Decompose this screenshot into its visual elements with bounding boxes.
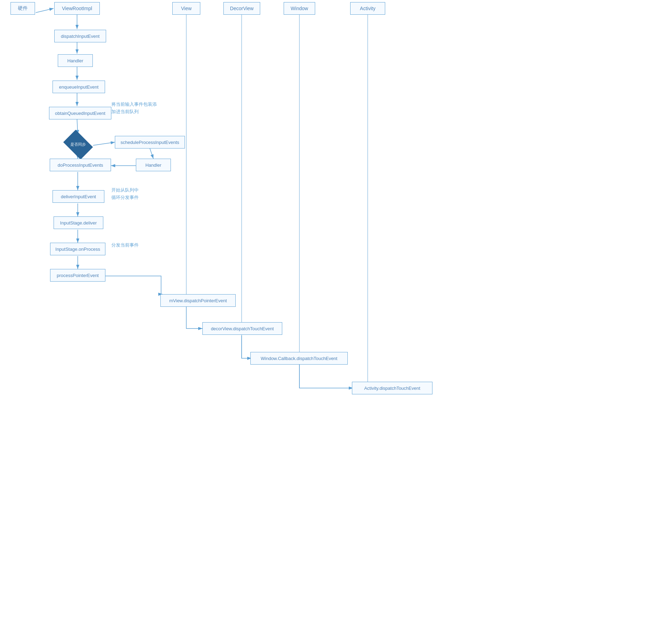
col-viewrootimpl-label: ViewRootImpl [54, 2, 100, 15]
col-view-label: View [172, 2, 200, 15]
sync-diamond: 是否同步 [64, 134, 92, 155]
schedule-process-input-events-box: scheduleProcessInputEvents [115, 136, 185, 148]
handler2-box: Handler [136, 159, 171, 171]
window-callback-dispatch-touch-event-box: Window.Callback.dispatchTouchEvent [250, 352, 348, 365]
col-window-label: Window [284, 2, 315, 15]
enqueue-input-event-box: enqueueInputEvent [53, 81, 105, 93]
input-stage-deliver-box: InputStage.deliver [54, 216, 103, 229]
process-pointer-event-box: processPointerEvent [50, 269, 105, 282]
col-activity-label: Activity [350, 2, 385, 15]
loop-dispatch-label: 开始从队列中循环分发事件 [111, 187, 139, 201]
svg-line-8 [150, 148, 153, 159]
decor-view-dispatch-touch-event-box: decorView.dispatchTouchEvent [202, 322, 282, 335]
deliver-input-event-box: deliverInputEvent [53, 190, 104, 203]
dispatch-input-event-box: dispatchInputEvent [54, 30, 106, 42]
do-process-input-events-box: doProcessInputEvents [50, 159, 111, 171]
diagram-container: 硬件 ViewRootImpl View DecorView Window Ac… [0, 0, 672, 629]
input-stage-on-process-box: InputStage.onProcess [50, 243, 105, 255]
dispatch-current-label: 分发当前事件 [111, 242, 139, 249]
mview-dispatch-pointer-event-box: mView.dispatchPointerEvent [160, 294, 236, 307]
arrows-svg [0, 0, 672, 629]
svg-line-1 [36, 8, 54, 13]
obtain-queued-input-event-box: obtainQueuedInputEvent [49, 107, 111, 119]
activity-dispatch-touch-event-box: Activity.dispatchTouchEvent [352, 382, 432, 394]
svg-line-7 [93, 142, 115, 145]
wrap-event-label: 将当前输入事件包装添加进当前队列 [111, 101, 157, 116]
col-decorview-label: DecorView [223, 2, 260, 15]
col-hardware-label: 硬件 [11, 2, 35, 15]
handler1-box: Handler [58, 54, 93, 67]
